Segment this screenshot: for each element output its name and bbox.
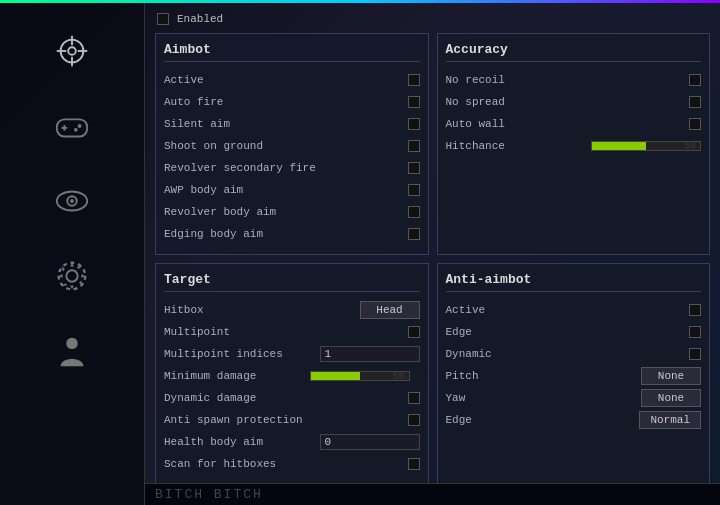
aimbot-revolver2-checkbox[interactable] [408, 162, 420, 174]
aimbot-awpbody-checkbox[interactable] [408, 184, 420, 196]
svg-point-10 [74, 127, 78, 131]
accuracy-nospread-checkbox[interactable] [689, 96, 701, 108]
target-mindamage-label: Minimum damage [164, 370, 310, 382]
anti-aimbot-edge-row: Edge [446, 322, 702, 342]
target-panel: Target Hitbox Head Multipoint Multipoint… [155, 263, 429, 485]
anti-aimbot-title: Anti-aimbot [446, 272, 702, 292]
anti-aimbot-edge-label: Edge [446, 326, 690, 338]
target-dynamicdamage-checkbox[interactable] [408, 392, 420, 404]
target-scanhitboxes-label: Scan for hitboxes [164, 458, 408, 470]
sidebar-item-player[interactable] [45, 323, 100, 378]
aimbot-autofire-checkbox[interactable] [408, 96, 420, 108]
accuracy-norecoil-checkbox[interactable] [689, 74, 701, 86]
target-healthbodyaim-row: Health body aim [164, 432, 420, 452]
anti-aimbot-edge-select-row: Edge Normal [446, 410, 702, 430]
hitchance-slider-container: 50 [591, 141, 701, 151]
anti-aimbot-active-row: Active [446, 300, 702, 320]
pitch-dropdown[interactable]: None [641, 367, 701, 385]
accuracy-nospread-row: No spread [446, 92, 702, 112]
anti-aimbot-panel: Anti-aimbot Active Edge Dynamic Pitch No… [437, 263, 711, 485]
bottom-bar: BITCH BITCH [145, 483, 720, 505]
accuracy-hitchance-label: Hitchance [446, 140, 592, 152]
hitchance-value: 50 [684, 141, 696, 152]
sidebar-item-game[interactable] [45, 98, 100, 153]
aimbot-edgingbody-checkbox[interactable] [408, 228, 420, 240]
enabled-checkbox[interactable] [157, 13, 169, 25]
accuracy-autowall-label: Auto wall [446, 118, 690, 130]
target-antispawn-checkbox[interactable] [408, 414, 420, 426]
anti-aimbot-dynamic-label: Dynamic [446, 348, 690, 360]
sidebar-item-config[interactable] [45, 248, 100, 303]
svg-rect-6 [57, 119, 87, 136]
svg-point-16 [66, 337, 77, 348]
hitbox-dropdown[interactable]: Head [360, 301, 420, 319]
target-dynamicdamage-label: Dynamic damage [164, 392, 408, 404]
person-icon [53, 332, 91, 370]
gear-icon [53, 257, 91, 295]
target-title: Target [164, 272, 420, 292]
target-healthbodyaim-label: Health body aim [164, 436, 320, 448]
anti-aimbot-pitch-label: Pitch [446, 370, 642, 382]
health-body-aim-input[interactable] [320, 434, 420, 450]
top-accent-bar [0, 0, 720, 3]
aimbot-silentaim-row: Silent aim [164, 114, 420, 134]
bottom-bar-text: BITCH BITCH [155, 487, 263, 502]
svg-point-1 [68, 47, 76, 55]
svg-point-13 [70, 199, 74, 203]
anti-aimbot-yaw-row: Yaw None [446, 388, 702, 408]
aimbot-silentaim-checkbox[interactable] [408, 118, 420, 130]
mindamage-slider-track[interactable]: 50 [310, 371, 410, 381]
anti-aimbot-edge-checkbox[interactable] [689, 326, 701, 338]
aimbot-awpbody-row: AWP body aim [164, 180, 420, 200]
target-antispawn-row: Anti spawn protection [164, 410, 420, 430]
aimbot-revolverbody-checkbox[interactable] [408, 206, 420, 218]
enabled-label: Enabled [177, 13, 223, 25]
aimbot-edgingbody-row: Edging body aim [164, 224, 420, 244]
aimbot-edgingbody-label: Edging body aim [164, 228, 408, 240]
anti-aimbot-pitch-row: Pitch None [446, 366, 702, 386]
anti-aimbot-dynamic-row: Dynamic [446, 344, 702, 364]
gamepad-icon [53, 107, 91, 145]
bottom-panels: Target Hitbox Head Multipoint Multipoint… [155, 263, 710, 485]
multipoint-indices-input[interactable] [320, 346, 420, 362]
aimbot-revolver2-row: Revolver secondary fire [164, 158, 420, 178]
accuracy-norecoil-label: No recoil [446, 74, 690, 86]
sidebar-item-aimbot[interactable] [45, 23, 100, 78]
aimbot-active-label: Active [164, 74, 408, 86]
accuracy-nospread-label: No spread [446, 96, 690, 108]
svg-point-15 [59, 262, 86, 289]
hitchance-slider-fill [592, 142, 646, 150]
svg-point-14 [66, 270, 77, 281]
crosshair-icon [53, 32, 91, 70]
yaw-dropdown[interactable]: None [641, 389, 701, 407]
aimbot-revolverbody-row: Revolver body aim [164, 202, 420, 222]
svg-point-9 [78, 124, 82, 128]
target-hitbox-row: Hitbox Head [164, 300, 420, 320]
target-scanhitboxes-row: Scan for hitboxes [164, 454, 420, 474]
anti-aimbot-active-checkbox[interactable] [689, 304, 701, 316]
aimbot-shootground-label: Shoot on ground [164, 140, 408, 152]
accuracy-panel: Accuracy No recoil No spread Auto wall H… [437, 33, 711, 255]
anti-aimbot-yaw-label: Yaw [446, 392, 642, 404]
anti-aimbot-dynamic-checkbox[interactable] [689, 348, 701, 360]
anti-aimbot-edge-select-label: Edge [446, 414, 640, 426]
accuracy-title: Accuracy [446, 42, 702, 62]
aimbot-active-checkbox[interactable] [408, 74, 420, 86]
sidebar-item-visual[interactable] [45, 173, 100, 228]
aimbot-shootground-checkbox[interactable] [408, 140, 420, 152]
aimbot-title: Aimbot [164, 42, 420, 62]
accuracy-hitchance-row: Hitchance 50 [446, 136, 702, 156]
hitchance-slider-track[interactable]: 50 [591, 141, 701, 151]
accuracy-autowall-checkbox[interactable] [689, 118, 701, 130]
aimbot-autofire-row: Auto fire [164, 92, 420, 112]
aimbot-panel: Aimbot Active Auto fire Silent aim Shoot… [155, 33, 429, 255]
target-hitbox-label: Hitbox [164, 304, 360, 316]
target-mindamage-row: Minimum damage 50 [164, 366, 420, 386]
target-multipoint-label: Multipoint [164, 326, 408, 338]
mindamage-slider-fill [311, 372, 360, 380]
edge-select-dropdown[interactable]: Normal [639, 411, 701, 429]
aimbot-shootground-row: Shoot on ground [164, 136, 420, 156]
target-multipoint-checkbox[interactable] [408, 326, 420, 338]
enabled-row: Enabled [155, 13, 710, 25]
target-scanhitboxes-checkbox[interactable] [408, 458, 420, 470]
